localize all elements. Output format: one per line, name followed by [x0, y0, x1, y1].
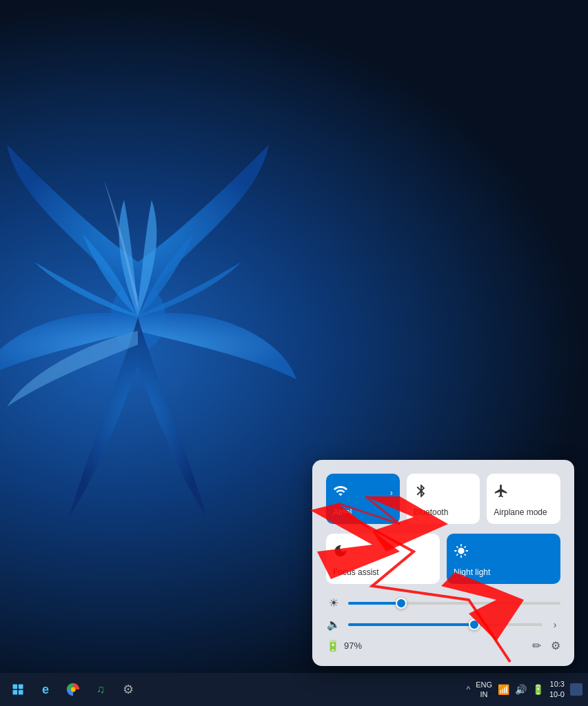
battery-percentage: 97% — [344, 641, 362, 651]
panel-actions: ✏ ⚙ — [532, 639, 560, 652]
taskbar-systray: ^ ENG IN 📶 🔊 🔋 10:3 10-0 — [466, 679, 582, 700]
wifi-label: Airtel — [333, 507, 352, 517]
svg-rect-7 — [19, 690, 23, 695]
moon-icon — [333, 543, 348, 562]
quick-settings-panel: › Airtel Bluetooth — [312, 460, 574, 666]
bluetooth-toggle[interactable]: Bluetooth — [407, 474, 480, 524]
airplane-toggle[interactable]: Airplane mode — [487, 474, 560, 524]
chrome-icon[interactable] — [61, 677, 85, 702]
bluetooth-label: Bluetooth — [414, 507, 449, 517]
taskbar: e ♫ ⚙ ^ ENG IN 📶 🔊 🔋 10:3 10-0 — [0, 673, 588, 706]
brightness-icon: ☀ — [326, 596, 341, 609]
volume-slider[interactable] — [348, 623, 543, 626]
notification-box[interactable] — [570, 683, 582, 696]
svg-point-8 — [70, 687, 75, 692]
language-indicator: ENG IN — [476, 680, 492, 700]
battery-info: 🔋 97% — [326, 639, 362, 652]
svg-rect-5 — [19, 685, 23, 689]
volume-slider-row: 🔈 › — [326, 618, 560, 631]
date-display: 10-0 — [549, 689, 565, 700]
svg-rect-4 — [13, 685, 18, 689]
brightness-slider-row: ☀ — [326, 596, 560, 609]
focus-assist-label: Focus assist — [333, 567, 379, 577]
settings-icon[interactable]: ⚙ — [551, 639, 560, 652]
svg-rect-6 — [13, 690, 18, 695]
volume-systray-icon[interactable]: 🔊 — [515, 684, 527, 695]
bluetooth-icon — [414, 483, 429, 502]
edge-icon[interactable]: e — [33, 677, 58, 702]
volume-icon: 🔈 — [326, 618, 341, 631]
airplane-icon — [494, 483, 509, 502]
language-label: ENG — [476, 680, 492, 689]
night-light-toggle[interactable]: Night light — [447, 534, 560, 584]
focus-assist-toggle[interactable]: Focus assist — [326, 534, 440, 584]
language-sub: IN — [480, 690, 488, 698]
edit-icon[interactable]: ✏ — [532, 639, 541, 652]
settings-taskbar-icon[interactable]: ⚙ — [116, 677, 141, 702]
battery-icon: 🔋 — [326, 639, 340, 652]
night-light-label: Night light — [454, 567, 490, 577]
toggle-grid-row1: › Airtel Bluetooth — [326, 474, 560, 524]
nightlight-icon — [454, 543, 469, 562]
spotify-icon[interactable]: ♫ — [88, 677, 113, 702]
wifi-icon — [333, 483, 348, 502]
wifi-toggle[interactable]: › Airtel — [326, 474, 400, 524]
taskbar-apps: e ♫ ⚙ — [6, 677, 141, 702]
wifi-systray-icon[interactable]: 📶 — [498, 684, 509, 695]
panel-bottom-bar: 🔋 97% ✏ ⚙ — [326, 639, 560, 652]
start-button[interactable] — [6, 677, 30, 702]
battery-systray-icon[interactable]: 🔋 — [532, 684, 544, 695]
systray-chevron[interactable]: ^ — [466, 685, 470, 694]
airplane-label: Airplane mode — [494, 507, 547, 517]
volume-arrow[interactable]: › — [549, 619, 560, 630]
toggle-grid-row2: Focus assist Night light — [326, 534, 560, 584]
wifi-arrow: › — [390, 488, 393, 498]
clock[interactable]: 10:3 10-0 — [549, 679, 565, 700]
time-display: 10:3 — [549, 679, 565, 689]
brightness-slider[interactable] — [348, 602, 560, 605]
